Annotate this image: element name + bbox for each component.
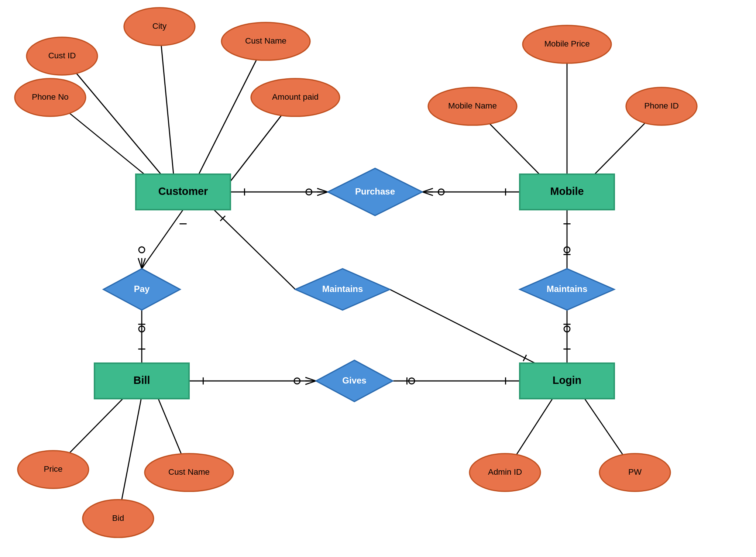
er-diagram-canvas [0, 0, 756, 557]
